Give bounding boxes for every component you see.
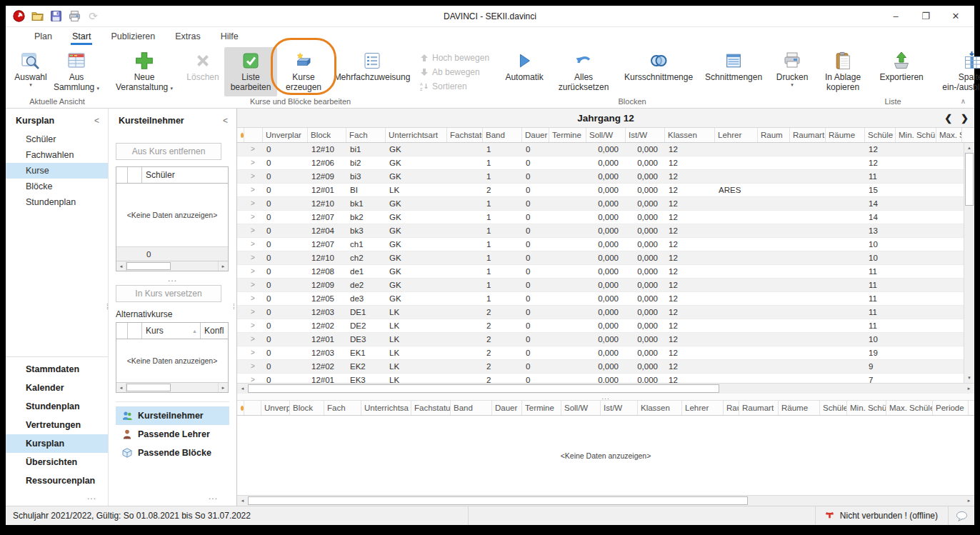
auswahl-button[interactable]: Auswahl ▾ — [11, 47, 50, 96]
column-header[interactable]: Fachstatu — [411, 401, 451, 415]
table-row[interactable]: >012#09de2GK100,0000,0001211 — [237, 279, 964, 292]
view-passende-bloecke[interactable]: Passende Blöcke — [116, 444, 229, 462]
column-header[interactable]: Block — [290, 401, 324, 415]
column-header[interactable]: Fach — [346, 128, 386, 142]
close-button[interactable]: ✕ — [941, 7, 970, 26]
table-row[interactable]: >012#02DE2LK200,0000,0001211 — [237, 319, 964, 333]
refresh-icon[interactable]: ⟳ — [87, 10, 99, 22]
column-header[interactable]: Periode — [933, 401, 969, 415]
pane-splitter[interactable]: ... — [237, 394, 974, 401]
in-kurs-versetzen-button[interactable]: In Kurs versetzen — [116, 285, 221, 302]
restore-button[interactable]: ❐ — [911, 7, 940, 26]
splitter-grip[interactable]: ⁞ — [106, 303, 108, 311]
horizontal-scrollbar[interactable]: ◄ ► — [116, 261, 228, 271]
row-expand-icon[interactable]: > — [244, 251, 263, 264]
column-header[interactable]: Soll/W — [586, 128, 626, 142]
table-row[interactable]: >012#10bk1GK100,0000,0001214 — [237, 197, 964, 211]
row-expand-icon[interactable]: > — [244, 346, 263, 359]
row-expand-icon[interactable]: > — [244, 374, 263, 383]
view-passende-lehrer[interactable]: Passende Lehrer — [116, 425, 229, 444]
sidebar-section-stundenplan[interactable]: Stundenplan — [6, 397, 108, 416]
table-row[interactable]: >012#03EK1LK200,0000,0001219 — [237, 346, 964, 360]
ab-bewegen-button[interactable]: Ab bewegen — [420, 67, 489, 77]
automatik-button[interactable]: Automatik — [498, 47, 551, 96]
scroll-right-icon[interactable]: ► — [218, 383, 228, 392]
scroll-right-icon[interactable]: ► — [218, 261, 228, 271]
column-header[interactable] — [244, 128, 263, 142]
liste-bearbeiten-button[interactable]: Liste bearbeiten — [224, 47, 277, 96]
column-header[interactable] — [128, 167, 142, 183]
column-header[interactable] — [128, 323, 142, 339]
row-expand-icon[interactable]: > — [244, 279, 263, 291]
table-row[interactable]: >012#09bi3GK100,0000,0001211 — [237, 170, 964, 184]
column-header[interactable] — [116, 323, 128, 339]
column-header[interactable]: Unverp — [261, 401, 290, 415]
sidebar-section-kalender[interactable]: Kalender — [6, 379, 108, 397]
neue-veranstaltung-button[interactable]: Neue Veranstaltung ▾ — [107, 47, 181, 96]
sidebar-item-kurse[interactable]: Kurse — [6, 163, 108, 179]
sidebar-overflow-dots[interactable]: ... — [6, 490, 108, 506]
column-header[interactable]: Klassen — [665, 128, 715, 142]
table-row[interactable]: >012#01BILK200,0000,00012ARES15 — [237, 184, 964, 197]
print-icon[interactable] — [69, 10, 81, 22]
collapse-left-icon[interactable]: < — [223, 116, 228, 126]
open-file-icon[interactable] — [31, 10, 44, 22]
kurse-erzeugen-button[interactable]: Kurse erzeugen — [277, 47, 330, 96]
column-header[interactable]: Soll/W — [561, 401, 601, 415]
spalten-button[interactable]: Spalten ein-/ausblenden — [931, 47, 980, 96]
column-header[interactable]: Schüle — [865, 128, 896, 142]
column-header[interactable]: Ist/W — [626, 128, 665, 142]
feedback-bubble-icon[interactable] — [949, 506, 974, 525]
row-expand-icon[interactable]: > — [244, 306, 263, 319]
horizontal-scrollbar[interactable]: ◄ ► — [237, 495, 974, 506]
vertical-scrollbar[interactable]: ▲ ▼ — [964, 143, 974, 383]
column-header[interactable]: Unverplar — [263, 128, 308, 142]
aus-kurs-entfernen-button[interactable]: Aus Kurs entfernen — [116, 143, 221, 160]
sidebar-section-uebersichten[interactable]: Übersichten — [6, 453, 108, 471]
sidebar-item-stundenplan[interactable]: Stundenplan — [6, 194, 108, 210]
column-header[interactable]: Lehrer — [682, 401, 724, 415]
scrollbar-thumb[interactable] — [126, 384, 171, 391]
column-header-konfl[interactable]: Konfl — [201, 323, 228, 339]
column-header[interactable]: Lehrer — [715, 128, 758, 142]
scroll-left-icon[interactable]: ◄ — [116, 383, 126, 392]
table-row[interactable]: >012#06bi2GK100,0000,0001212 — [237, 156, 964, 170]
column-header[interactable]: Termine — [549, 128, 586, 142]
column-header[interactable]: Raumart — [790, 128, 826, 142]
row-expand-icon[interactable]: > — [244, 197, 263, 210]
column-header[interactable]: Min. Schü — [847, 401, 886, 415]
panel-overflow-dots[interactable]: ... — [116, 490, 229, 506]
column-header-schueler[interactable]: Schüler — [142, 167, 228, 183]
row-expand-icon[interactable]: > — [244, 292, 263, 305]
sidebar-item-fachwahlen[interactable]: Fachwahlen — [6, 147, 108, 163]
tab-plan[interactable]: Plan — [24, 29, 62, 46]
tab-extras[interactable]: Extras — [165, 29, 210, 46]
scroll-left-icon[interactable]: ◄ — [237, 496, 248, 506]
scrollbar-thumb[interactable] — [126, 262, 171, 270]
hoch-bewegen-button[interactable]: Hoch bewegen — [420, 53, 489, 63]
sidebar-section-vertretungen[interactable]: Vertretungen — [6, 416, 108, 434]
column-header[interactable]: Unterrichtsart — [386, 128, 447, 142]
table-row[interactable]: >012#01EK3LK200,0000,000127 — [237, 374, 964, 383]
column-header[interactable]: Raum — [758, 128, 790, 142]
column-header[interactable]: Max. Schüle — [886, 401, 933, 415]
scroll-down-icon[interactable]: ▼ — [964, 373, 974, 383]
column-header[interactable]: Räume — [779, 401, 820, 415]
column-header[interactable]: Block — [308, 128, 346, 142]
column-header[interactable]: Ist/W — [601, 401, 638, 415]
tab-start[interactable]: Start — [62, 29, 101, 46]
sidebar-item-bloecke[interactable]: Blöcke — [6, 179, 108, 194]
horizontal-scrollbar[interactable]: ◄ ► — [237, 383, 974, 394]
scroll-left-icon[interactable]: ◄ — [116, 261, 126, 271]
tab-hilfe[interactable]: Hilfe — [211, 29, 249, 46]
column-header[interactable]: Dauer — [492, 401, 522, 415]
ribbon-collapse-icon[interactable]: ∧ — [961, 97, 966, 105]
column-header[interactable]: Band — [483, 128, 522, 142]
column-header[interactable]: Räume — [826, 128, 865, 142]
column-header[interactable]: Max. S — [936, 128, 962, 142]
minimize-button[interactable]: – — [881, 7, 910, 26]
scrollbar-thumb[interactable] — [248, 384, 719, 393]
row-indicator-header[interactable] — [237, 401, 244, 415]
row-expand-icon[interactable]: > — [244, 333, 263, 346]
row-expand-icon[interactable]: > — [244, 170, 263, 183]
